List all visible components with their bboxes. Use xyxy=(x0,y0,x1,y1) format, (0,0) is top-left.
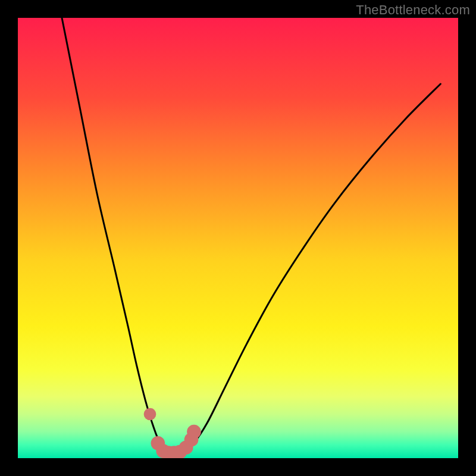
bottleneck-curve xyxy=(62,18,440,453)
chart-container: TheBottleneck.com xyxy=(0,0,476,476)
data-marker xyxy=(187,425,201,439)
plot-area xyxy=(18,18,458,458)
data-marker xyxy=(144,408,156,421)
curve-layer xyxy=(18,18,458,458)
watermark-text: TheBottleneck.com xyxy=(356,2,470,18)
